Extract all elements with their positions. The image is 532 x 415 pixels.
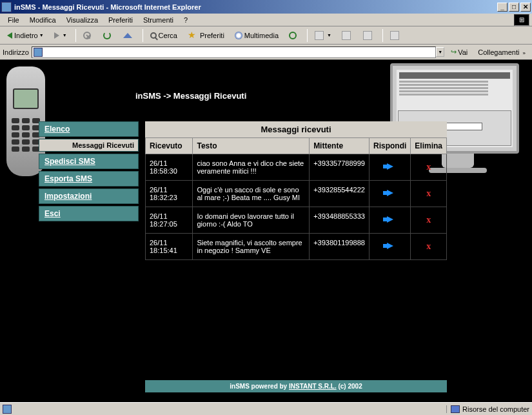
- favorites-button[interactable]: ★ Preferiti: [183, 28, 229, 43]
- url-dropdown[interactable]: ▼: [436, 47, 444, 57]
- mail-icon: [315, 31, 324, 40]
- col-delete: Elimina: [411, 138, 447, 154]
- multimedia-button[interactable]: Multimedia: [230, 30, 283, 41]
- cell-reply: [369, 181, 410, 207]
- mail-button[interactable]: ▼: [310, 29, 336, 42]
- footer-prefix: inSMS powered by: [230, 383, 289, 390]
- print-button[interactable]: [337, 29, 357, 42]
- back-arrow-icon: [7, 32, 12, 39]
- breadcrumb: inSMS -> Messaggi Ricevuti: [135, 91, 246, 101]
- footer-link[interactable]: INSTANT S.R.L.: [289, 383, 337, 390]
- stop-icon: [83, 32, 91, 39]
- cell-sender: +393488855333: [310, 207, 369, 234]
- sidebar-nav: Elenco Messaggi Ricevuti Spedisci SMS Es…: [39, 121, 139, 223]
- window-title: inSMS - Messaggi Ricevuti - Microsoft In…: [14, 3, 496, 11]
- stop-button[interactable]: [79, 30, 97, 41]
- reply-arrow-icon[interactable]: [387, 216, 393, 223]
- table-row: 26/11 18:58:30ciao sono Anna e vi dico c…: [146, 154, 447, 181]
- chevron-down-icon: ▼: [327, 33, 331, 37]
- delete-x-icon[interactable]: x: [426, 188, 431, 198]
- reply-arrow-icon[interactable]: [387, 190, 393, 196]
- cell-text: Oggi c'è un sacco di sole e sono al mare…: [193, 181, 310, 207]
- cell-text: ciao sono Anna e vi dico che siete veram…: [193, 154, 310, 181]
- cell-sender: +393801199888: [310, 234, 369, 260]
- delete-x-icon[interactable]: x: [426, 241, 431, 251]
- table-row: 26/11 18:15:41Siete magnifici, vi ascolt…: [146, 234, 447, 260]
- go-button[interactable]: ↪ Vai: [447, 46, 471, 57]
- cell-received: 26/11 18:15:41: [146, 234, 193, 260]
- menu-file[interactable]: File: [3, 15, 25, 25]
- cell-delete: x: [411, 207, 447, 234]
- main-area: Messaggi ricevuti Ricevuto Testo Mittent…: [145, 121, 447, 260]
- cell-reply: [369, 207, 410, 234]
- status-page-icon: [3, 405, 12, 414]
- sidebar-item-impostazioni[interactable]: Impostazioni: [39, 188, 139, 204]
- reply-arrow-icon[interactable]: [387, 163, 393, 170]
- cell-text: Siete magnifici, vi ascolto sempre in ne…: [193, 234, 310, 260]
- chevron-right-icon: »: [523, 50, 526, 56]
- menu-bar: File Modifica Visualizza Preferiti Strum…: [0, 14, 532, 26]
- footer-suffix: (c) 2002: [337, 383, 362, 390]
- refresh-icon: [103, 32, 111, 39]
- favorites-label: Preferiti: [200, 32, 224, 39]
- cell-received: 26/11 18:27:05: [146, 207, 193, 234]
- multimedia-label: Multimedia: [244, 32, 279, 39]
- forward-button[interactable]: ▼: [50, 30, 72, 41]
- cell-reply: [369, 154, 410, 181]
- go-arrow-icon: ↪: [451, 48, 457, 56]
- col-sender: Mittente: [310, 138, 369, 154]
- cell-reply: [369, 234, 410, 260]
- menu-strumenti[interactable]: Strumenti: [138, 15, 179, 25]
- minimize-button[interactable]: _: [497, 3, 507, 12]
- refresh-button[interactable]: [99, 30, 117, 41]
- address-label: Indirizzo: [3, 48, 29, 56]
- cell-text: Io domani devo lavorare tutto il giorno …: [193, 207, 310, 234]
- sidebar-item-messaggi-ricevuti[interactable]: Messaggi Ricevuti: [39, 139, 139, 152]
- sidebar-item-elenco[interactable]: Elenco: [39, 121, 139, 137]
- ie-logo-icon: ⊞: [514, 14, 529, 26]
- sidebar-item-esci[interactable]: Esci: [39, 206, 139, 221]
- toolbar: Indietro ▼ ▼ Cerca ★ Preferiti Multimedi…: [0, 26, 532, 45]
- menu-preferiti[interactable]: Preferiti: [103, 15, 138, 25]
- toolbar-separator: [143, 29, 143, 42]
- reply-arrow-icon[interactable]: [387, 243, 393, 249]
- sidebar-item-spedisci-sms[interactable]: Spedisci SMS: [39, 154, 139, 169]
- search-icon: [150, 32, 157, 39]
- toolbar-separator: [382, 29, 383, 42]
- search-button[interactable]: Cerca: [146, 30, 182, 41]
- links-label: Collegamenti: [478, 48, 519, 56]
- forward-arrow-icon: [54, 32, 59, 39]
- delete-x-icon[interactable]: x: [426, 162, 431, 172]
- media-icon: [235, 32, 242, 39]
- page-content: inSMS -> Messaggi Ricevuti Elenco Messag…: [0, 60, 532, 402]
- url-input[interactable]: [32, 46, 436, 58]
- sidebar-item-esporta-sms[interactable]: Esporta SMS: [39, 171, 139, 187]
- cell-delete: x: [411, 154, 447, 181]
- back-button[interactable]: Indietro ▼: [3, 30, 48, 41]
- go-label: Vai: [458, 48, 468, 56]
- menu-help[interactable]: ?: [179, 15, 193, 25]
- col-received: Ricevuto: [146, 138, 193, 154]
- app-icon: [1, 2, 12, 12]
- delete-x-icon[interactable]: x: [426, 215, 431, 225]
- maximize-button[interactable]: □: [509, 3, 519, 12]
- table-row: 26/11 18:32:23Oggi c'è un sacco di sole …: [146, 181, 447, 207]
- menu-visualizza[interactable]: Visualizza: [61, 15, 103, 25]
- address-bar: Indirizzo ▼ ↪ Vai Collegamenti »: [0, 45, 532, 60]
- toolbar-separator: [75, 29, 76, 42]
- links-button[interactable]: Collegamenti »: [474, 47, 529, 57]
- close-button[interactable]: ✕: [520, 3, 531, 12]
- edit-button[interactable]: [359, 29, 379, 42]
- computer-icon: [451, 405, 460, 413]
- chevron-down-icon: ▼: [39, 33, 44, 37]
- discuss-button[interactable]: [386, 29, 406, 42]
- menu-modifica[interactable]: Modifica: [25, 15, 61, 25]
- page-footer: inSMS powered by INSTANT S.R.L. (c) 2002: [145, 380, 447, 392]
- history-button[interactable]: [284, 30, 303, 41]
- chevron-down-icon: ▼: [63, 33, 67, 37]
- home-button[interactable]: [119, 31, 139, 40]
- cell-received: 26/11 18:58:30: [146, 154, 193, 181]
- cell-sender: +393285544222: [310, 181, 369, 207]
- col-text: Testo: [193, 138, 310, 154]
- print-icon: [342, 31, 351, 40]
